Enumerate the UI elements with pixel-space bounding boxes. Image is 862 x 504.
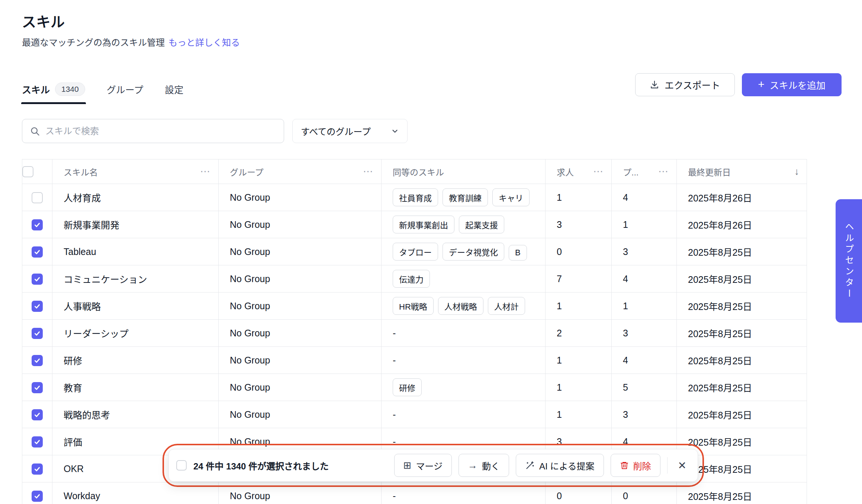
row-checkbox[interactable] bbox=[32, 301, 43, 312]
equivalent-skill-tag: 伝達力 bbox=[393, 270, 430, 288]
selection-count-text: 24 件中 1340 件が選択されました bbox=[193, 459, 329, 472]
ai-suggest-button-label: AI による提案 bbox=[539, 459, 595, 472]
row-checkbox[interactable] bbox=[32, 355, 43, 366]
equivalent-skill-tag: キャリ bbox=[492, 188, 530, 206]
row-checkbox[interactable] bbox=[32, 192, 43, 203]
help-center-tab[interactable]: ヘルプセンター bbox=[836, 199, 862, 323]
table-header-row: スキル名 ⋯ グループ ⋯ 同等のスキル 求人 ⋯ プ... ⋯ 最終更新日 ↓ bbox=[22, 159, 807, 184]
positions-count-cell: 4 bbox=[612, 265, 677, 293]
table-row: TableauNo Groupタブローデータ視覚化B032025年8月25日 bbox=[22, 238, 807, 265]
delete-button[interactable]: 削除 bbox=[611, 454, 660, 477]
row-checkbox[interactable] bbox=[32, 436, 43, 448]
skill-name-cell[interactable]: Tableau bbox=[52, 238, 219, 265]
merge-icon: ⊞ bbox=[403, 461, 412, 470]
skill-name-cell[interactable]: 研修 bbox=[52, 347, 219, 374]
sort-desc-icon[interactable]: ↓ bbox=[794, 166, 799, 177]
skill-name-cell[interactable]: Workday bbox=[52, 482, 219, 504]
skill-name-cell[interactable]: 人材育成 bbox=[52, 184, 219, 211]
download-icon bbox=[650, 80, 659, 90]
close-icon[interactable]: ✕ bbox=[674, 459, 690, 472]
jobs-count-cell: 0 bbox=[546, 482, 612, 504]
row-checkbox[interactable] bbox=[32, 274, 43, 285]
trash-icon bbox=[620, 461, 629, 470]
no-equivalent-dash: - bbox=[393, 328, 396, 338]
row-checkbox[interactable] bbox=[32, 491, 43, 502]
jobs-count-cell: 7 bbox=[546, 265, 612, 293]
row-checkbox[interactable] bbox=[32, 463, 43, 475]
updated-date-cell: 2025年8月25日 bbox=[677, 238, 807, 265]
highlight-annotation-ring: 24 件中 1340 件が選択されました ⊞ マージ → 動く AI による提案 bbox=[163, 444, 704, 487]
tab-groups[interactable]: グループ bbox=[107, 74, 144, 104]
delete-button-label: 削除 bbox=[633, 459, 651, 472]
row-checkbox[interactable] bbox=[32, 246, 43, 258]
chevron-down-icon bbox=[391, 127, 399, 135]
merge-button-label: マージ bbox=[416, 459, 443, 472]
skill-name-cell[interactable]: 戦略的思考 bbox=[52, 401, 219, 428]
divider bbox=[667, 457, 668, 474]
row-checkbox[interactable] bbox=[32, 409, 43, 420]
equivalent-skills-cell: 研修 bbox=[382, 374, 546, 401]
export-button[interactable]: エクスポート bbox=[635, 73, 735, 96]
updated-date-cell: 2025年8月25日 bbox=[677, 482, 807, 504]
equivalent-skill-tag: タブロー bbox=[393, 243, 438, 261]
equivalent-skills-cell: - bbox=[382, 347, 546, 374]
skill-name-cell[interactable]: コミュニケーション bbox=[52, 265, 219, 293]
no-equivalent-dash: - bbox=[393, 409, 396, 420]
header-jobs: 求人 bbox=[557, 165, 574, 178]
selection-checkbox[interactable] bbox=[176, 460, 187, 471]
add-skill-button[interactable]: + スキルを追加 bbox=[742, 73, 842, 96]
jobs-count-cell: 1 bbox=[546, 293, 612, 320]
table-row: WorkdayNo Group-002025年8月25日 bbox=[22, 482, 807, 504]
jobs-count-cell: 3 bbox=[546, 211, 612, 238]
equivalent-skill-tag: 起業支援 bbox=[459, 216, 504, 233]
column-menu-icon[interactable]: ⋯ bbox=[363, 167, 374, 177]
updated-date-cell: 2025年8月25日 bbox=[677, 374, 807, 401]
equivalent-skill-tag: データ視覚化 bbox=[443, 243, 504, 261]
skill-name-cell[interactable]: リーダーシップ bbox=[52, 320, 219, 347]
positions-count-cell: 5 bbox=[612, 374, 677, 401]
group-cell: No Group bbox=[219, 320, 382, 347]
learn-more-link[interactable]: もっと詳しく知る bbox=[168, 38, 240, 48]
updated-date-cell: 2025年8月25日 bbox=[677, 347, 807, 374]
skill-name-cell[interactable]: 新規事業開発 bbox=[52, 211, 219, 238]
table-row: 新規事業開発No Group新規事業創出起業支援312025年8月26日 bbox=[22, 211, 807, 238]
updated-date-cell: 2025年8月26日 bbox=[677, 184, 807, 211]
row-checkbox[interactable] bbox=[32, 219, 43, 230]
column-menu-icon[interactable]: ⋯ bbox=[593, 167, 604, 177]
positions-count-cell: 3 bbox=[612, 401, 677, 428]
equivalent-skill-tag: 人材計 bbox=[488, 297, 525, 315]
header-positions: プ... bbox=[623, 165, 639, 178]
column-menu-icon[interactable]: ⋯ bbox=[658, 167, 669, 177]
move-button-label: 動く bbox=[482, 459, 500, 472]
equivalent-skill-tag: 教育訓練 bbox=[443, 188, 488, 206]
move-button[interactable]: → 動く bbox=[459, 454, 509, 477]
skill-name-cell[interactable]: 人事戦略 bbox=[52, 293, 219, 320]
arrow-right-icon: → bbox=[468, 461, 477, 470]
skill-name-cell[interactable]: 教育 bbox=[52, 374, 219, 401]
merge-button[interactable]: ⊞ マージ bbox=[394, 454, 452, 477]
row-checkbox[interactable] bbox=[32, 382, 43, 393]
row-checkbox[interactable] bbox=[32, 328, 43, 339]
header-skill-name: スキル名 bbox=[64, 165, 98, 178]
tab-settings[interactable]: 設定 bbox=[165, 74, 183, 104]
header-last-updated: 最終更新日 bbox=[688, 165, 731, 178]
group-filter-dropdown[interactable]: すべてのグループ bbox=[292, 119, 408, 143]
equivalent-skills-cell: HR戦略人材戦略人材計 bbox=[382, 293, 546, 320]
jobs-count-cell: 1 bbox=[546, 347, 612, 374]
column-menu-icon[interactable]: ⋯ bbox=[200, 167, 211, 177]
group-filter-value: すべてのグループ bbox=[301, 125, 371, 138]
ai-suggest-button[interactable]: AI による提案 bbox=[516, 454, 604, 477]
group-cell: No Group bbox=[219, 184, 382, 211]
updated-date-cell: 2025年8月25日 bbox=[677, 320, 807, 347]
group-cell: No Group bbox=[219, 374, 382, 401]
search-input[interactable] bbox=[45, 126, 276, 136]
tab-skills[interactable]: スキル 1340 bbox=[22, 74, 85, 104]
ai-wand-icon bbox=[525, 461, 535, 470]
group-cell: No Group bbox=[219, 401, 382, 428]
positions-count-cell: 4 bbox=[612, 347, 677, 374]
no-equivalent-dash: - bbox=[393, 491, 396, 501]
equivalent-skills-cell: - bbox=[382, 401, 546, 428]
select-all-checkbox[interactable] bbox=[22, 166, 33, 177]
updated-date-cell: 2025年8月25日 bbox=[677, 293, 807, 320]
table-row: コミュニケーションNo Group伝達力742025年8月25日 bbox=[22, 265, 807, 293]
